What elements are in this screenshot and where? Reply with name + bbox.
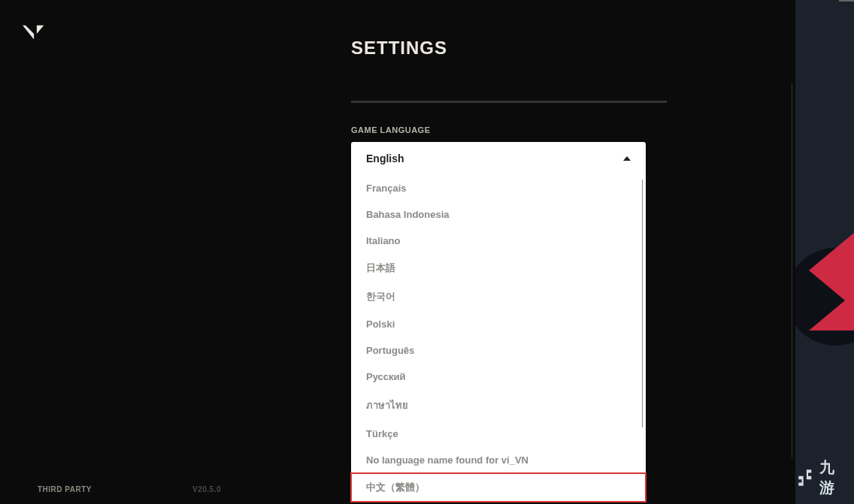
decorative-triangle-2 [809, 293, 854, 330]
language-option-japanese[interactable]: 日本語 [351, 254, 646, 282]
watermark-icon [795, 467, 815, 488]
third-party-link[interactable]: THIRD PARTY [38, 485, 92, 493]
language-dropdown-list: Français Bahasa Indonesia Italiano 日本語 한… [351, 175, 646, 502]
language-option-korean[interactable]: 한국어 [351, 282, 646, 311]
language-option-portugues[interactable]: Português [351, 337, 646, 364]
chevron-up-icon [623, 156, 631, 161]
watermark-text: 九游 [819, 457, 846, 498]
language-option-indonesia[interactable]: Bahasa Indonesia [351, 201, 646, 228]
language-option-turkce[interactable]: Türkçe [351, 421, 646, 447]
game-language-label: GAME LANGUAGE [351, 125, 674, 134]
content-scrollbar[interactable] [792, 83, 792, 458]
language-option-chinese-traditional[interactable]: 中文（繁體） [351, 473, 646, 502]
language-option-italiano[interactable]: Italiano [351, 228, 646, 254]
language-option-thai[interactable]: ภาษาไทย [351, 390, 646, 421]
right-decorative-panel: 九游 [795, 0, 854, 504]
language-dropdown: English Français Bahasa Indonesia Italia… [351, 142, 646, 502]
page-title: SETTINGS [351, 38, 674, 59]
selected-language-text: English [366, 152, 404, 164]
watermark: 九游 [795, 457, 846, 498]
settings-content: SETTINGS GAME LANGUAGE English Français … [351, 38, 674, 502]
language-option-francais[interactable]: Français [351, 175, 646, 201]
window-minimize-button[interactable] [839, 0, 854, 2]
dropdown-scrollbar[interactable] [642, 180, 643, 427]
language-option-polski[interactable]: Polski [351, 311, 646, 337]
app-logo-icon [21, 23, 50, 45]
section-divider [351, 101, 667, 103]
version-label: V20.5.0 [192, 485, 221, 493]
language-option-vivn[interactable]: No language name found for vi_VN [351, 447, 646, 473]
language-dropdown-selected[interactable]: English [351, 142, 646, 175]
settings-window: SETTINGS GAME LANGUAGE English Français … [0, 0, 795, 504]
language-option-russian[interactable]: Русский [351, 364, 646, 390]
